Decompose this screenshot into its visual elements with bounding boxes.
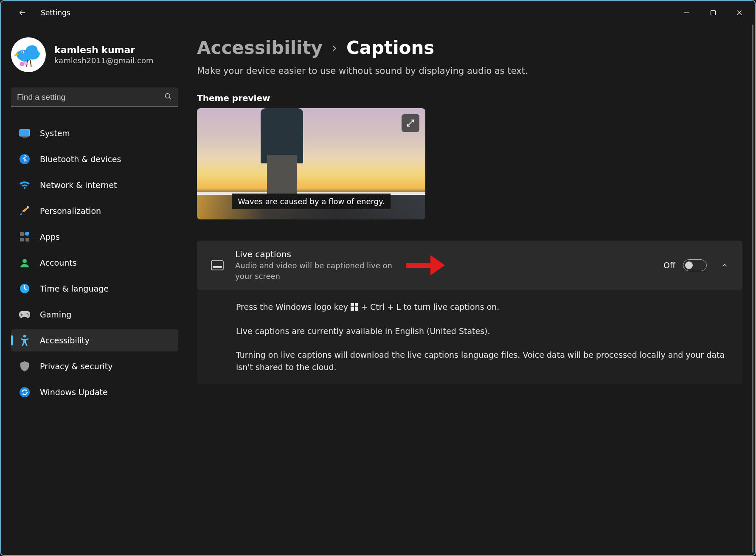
svg-point-20 xyxy=(20,387,30,397)
page-subtitle: Make your device easier to use without s… xyxy=(197,66,742,76)
paintbrush-icon xyxy=(19,205,31,217)
sidebar-item-system[interactable]: System xyxy=(11,122,178,144)
page-title: Captions xyxy=(346,37,434,58)
svg-point-18 xyxy=(28,314,29,315)
person-icon xyxy=(19,257,31,269)
sidebar: kamlesh kumar kamlesh2011@gmail.com Syst… xyxy=(1,25,183,555)
titlebar: Settings xyxy=(1,1,755,25)
search-box[interactable] xyxy=(11,87,178,107)
svg-point-2 xyxy=(22,51,23,53)
captions-icon xyxy=(211,258,224,272)
accessibility-icon xyxy=(19,334,31,346)
sidebar-item-personalization[interactable]: Personalization xyxy=(11,200,178,222)
sidebar-item-label: Personalization xyxy=(40,206,101,216)
info-availability: Live captions are currently available in… xyxy=(236,325,730,337)
svg-rect-0 xyxy=(711,11,716,15)
svg-point-4 xyxy=(24,61,28,65)
svg-rect-26 xyxy=(355,307,358,311)
wifi-icon xyxy=(19,179,31,191)
update-icon xyxy=(19,386,31,398)
sidebar-item-accounts[interactable]: Accounts xyxy=(11,252,178,274)
info-privacy: Turning on live captions will download t… xyxy=(236,349,730,373)
user-block[interactable]: kamlesh kumar kamlesh2011@gmail.com xyxy=(11,37,178,72)
close-button[interactable] xyxy=(726,3,753,22)
svg-rect-11 xyxy=(20,232,24,236)
svg-point-3 xyxy=(20,62,24,66)
caption-sample-text: Waves are caused by a flow of energy. xyxy=(232,194,391,209)
svg-rect-21 xyxy=(211,261,223,270)
sidebar-item-apps[interactable]: Apps xyxy=(11,226,178,248)
sidebar-item-label: Privacy & security xyxy=(40,362,113,371)
gamepad-icon xyxy=(19,309,31,320)
back-button[interactable] xyxy=(16,6,29,19)
svg-rect-13 xyxy=(25,238,29,241)
minimize-button[interactable] xyxy=(674,3,700,22)
toggle-state-label: Off xyxy=(663,261,675,270)
expand-button[interactable] xyxy=(402,114,419,132)
bluetooth-icon xyxy=(19,153,31,165)
svg-rect-14 xyxy=(25,232,29,236)
window-title: Settings xyxy=(41,8,70,17)
sidebar-item-label: Time & language xyxy=(40,284,109,293)
info-shortcut: Press the Windows logo key + Ctrl + L to… xyxy=(236,301,730,313)
breadcrumb: Accessibility › Captions xyxy=(197,37,742,58)
svg-point-17 xyxy=(26,313,28,314)
sidebar-item-accessibility[interactable]: Accessibility xyxy=(11,329,178,351)
sidebar-item-label: Accessibility xyxy=(40,336,90,345)
maximize-button[interactable] xyxy=(700,3,726,22)
svg-rect-22 xyxy=(213,266,222,268)
scrollbar[interactable] xyxy=(752,25,753,553)
user-email: kamlesh2011@gmail.com xyxy=(54,56,154,65)
user-name: kamlesh kumar xyxy=(54,45,154,55)
clock-globe-icon xyxy=(19,283,31,295)
monitor-icon xyxy=(19,127,31,139)
sidebar-item-windows-update[interactable]: Windows Update xyxy=(11,381,178,403)
content-area: Accessibility › Captions Make your devic… xyxy=(183,25,755,555)
setting-description: Audio and video will be captioned live o… xyxy=(235,260,396,281)
svg-rect-12 xyxy=(20,238,24,241)
sidebar-item-label: Windows Update xyxy=(40,388,108,397)
svg-rect-25 xyxy=(351,307,354,311)
sidebar-item-privacy[interactable]: Privacy & security xyxy=(11,355,178,377)
sidebar-item-bluetooth[interactable]: Bluetooth & devices xyxy=(11,148,178,170)
annotation-arrow xyxy=(405,254,446,276)
sidebar-item-label: Network & internet xyxy=(40,180,117,190)
nav-list: System Bluetooth & devices Network & int… xyxy=(11,122,178,403)
svg-rect-23 xyxy=(351,303,354,306)
sidebar-item-label: Accounts xyxy=(40,258,77,267)
shield-icon xyxy=(19,360,31,372)
search-icon xyxy=(164,92,172,102)
chevron-up-icon[interactable] xyxy=(719,260,730,270)
theme-preview-heading: Theme preview xyxy=(197,93,742,103)
sidebar-item-gaming[interactable]: Gaming xyxy=(11,303,178,326)
sidebar-item-time-language[interactable]: Time & language xyxy=(11,278,178,300)
svg-rect-8 xyxy=(22,137,27,138)
search-input[interactable] xyxy=(17,93,164,102)
sidebar-item-label: Bluetooth & devices xyxy=(40,154,121,164)
sidebar-item-network[interactable]: Network & internet xyxy=(11,174,178,196)
sidebar-item-label: Apps xyxy=(40,232,60,241)
window-controls xyxy=(674,3,753,22)
live-captions-toggle[interactable] xyxy=(683,259,707,271)
windows-logo-icon xyxy=(351,303,358,311)
chevron-right-icon: › xyxy=(332,40,337,55)
breadcrumb-parent[interactable]: Accessibility xyxy=(197,37,323,58)
setting-title: Live captions xyxy=(235,249,396,259)
svg-rect-24 xyxy=(355,303,358,306)
live-captions-info: Press the Windows logo key + Ctrl + L to… xyxy=(197,290,742,384)
live-captions-setting[interactable]: Live captions Audio and video will be ca… xyxy=(197,241,742,290)
sidebar-item-label: System xyxy=(40,129,70,138)
avatar xyxy=(11,37,46,72)
svg-point-19 xyxy=(23,335,26,337)
svg-rect-6 xyxy=(20,129,30,136)
theme-preview[interactable]: Waves are caused by a flow of energy. xyxy=(197,108,425,219)
sidebar-item-label: Gaming xyxy=(40,310,71,319)
apps-icon xyxy=(19,231,31,243)
svg-point-15 xyxy=(22,259,27,263)
